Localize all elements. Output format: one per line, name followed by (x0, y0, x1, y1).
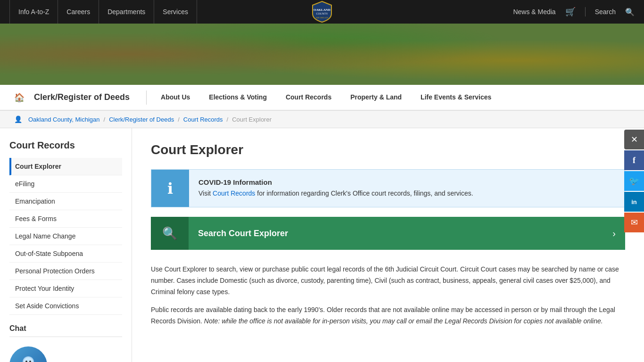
main-content: Court Explorer ℹ COVID-19 Information Vi… (132, 128, 644, 362)
sidebar-item-set-aside-convictions[interactable]: Set Aside Convictions (9, 297, 122, 315)
main-layout: Court Records Court Explorer eFiling Ema… (0, 128, 644, 362)
twitter-share-button[interactable]: 🐦 (624, 171, 644, 191)
search-icon: 🔍 (625, 8, 635, 16)
info-box-text: Visit Court Records for information rega… (198, 189, 473, 198)
svg-text:COUNTY: COUNTY (316, 12, 329, 15)
sidebar-link-personal-protection-orders[interactable]: Personal Protection Orders (9, 263, 122, 280)
breadcrumb-dept[interactable]: Clerk/Register of Deeds (109, 116, 174, 123)
info-text-before: Visit (198, 189, 211, 197)
breadcrumb: 👤 Oakland County, Michigan / Clerk/Regis… (0, 111, 644, 128)
nav-life-events[interactable]: Life Events & Services (413, 85, 498, 111)
cart-icon[interactable]: 🛒 (565, 7, 576, 17)
sidebar-item-emancipation[interactable]: Emancipation (9, 193, 122, 210)
breadcrumb-sep-3: / (227, 116, 229, 123)
nav-elections-voting[interactable]: Elections & Voting (202, 85, 274, 111)
sidebar-item-fees-forms[interactable]: Fees & Forms (9, 210, 122, 228)
breadcrumb-sep-2: / (178, 116, 180, 123)
chat-section (9, 337, 122, 362)
info-box-title: COVID-19 Information (198, 178, 473, 186)
info-box-icon: ℹ (151, 170, 189, 207)
search-box-icon: 🔍 (151, 217, 189, 250)
search-magnifier-icon: 🔍 (162, 226, 177, 241)
sidebar-item-protect-your-identity[interactable]: Protect Your Identity (9, 280, 122, 297)
sidebar-link-protect-your-identity[interactable]: Protect Your Identity (9, 280, 122, 297)
nav-departments[interactable]: Departments (99, 0, 154, 24)
nav-divider (146, 90, 147, 105)
linkedin-share-button[interactable]: in (624, 192, 644, 212)
body-paragraph-1: Use Court Explorer to search, view or pu… (151, 264, 625, 297)
home-icon: 🏠 (14, 92, 25, 103)
email-share-button[interactable]: ✉ (624, 213, 644, 232)
sidebar-link-out-of-state-subpoena[interactable]: Out-of-State Subpoena (9, 245, 122, 262)
hero-image (0, 24, 644, 85)
breadcrumb-current: Court Explorer (232, 116, 272, 123)
svg-text:OAKLAND: OAKLAND (314, 8, 330, 12)
nav-about-us[interactable]: About Us (154, 85, 197, 111)
sidebar-navigation: Court Explorer eFiling Emancipation Fees… (9, 158, 122, 315)
chat-section-title: Chat (9, 324, 122, 333)
page-title: Court Explorer (151, 142, 625, 157)
body-text: Use Court Explorer to search, view or pu… (151, 264, 625, 327)
facebook-share-button[interactable]: f (624, 150, 644, 170)
top-nav-links: Info A-to-Z Careers Departments Services (9, 0, 197, 24)
secondary-navigation: 🏠 Clerk/Register of Deeds About Us Elect… (0, 85, 644, 111)
search-box-label: Search Court Explorer (189, 229, 603, 239)
sidebar-link-emancipation[interactable]: Emancipation (9, 193, 122, 210)
sidebar-link-set-aside-convictions[interactable]: Set Aside Convictions (9, 297, 122, 314)
chat-avatar-icon (17, 354, 40, 362)
search-link[interactable]: Search (595, 8, 616, 16)
sidebar-link-court-explorer[interactable]: Court Explorer (11, 158, 122, 175)
search-button[interactable]: 🔍 (625, 8, 635, 16)
court-records-link[interactable]: Court Records (213, 189, 255, 197)
nav-property-land[interactable]: Property & Land (343, 85, 409, 111)
sidebar-link-legal-name-change[interactable]: Legal Name Change (9, 228, 122, 245)
body-paragraph-2: Public records are available dating back… (151, 304, 625, 327)
nav-services[interactable]: Services (154, 0, 197, 24)
sidebar-item-court-explorer[interactable]: Court Explorer (9, 158, 122, 175)
sidebar-item-efiling[interactable]: eFiling (9, 175, 122, 193)
info-circle-icon: ℹ (167, 180, 173, 197)
nav-careers[interactable]: Careers (58, 0, 99, 24)
svg-text:MICHIGAN: MICHIGAN (316, 16, 328, 19)
user-icon: 👤 (14, 115, 22, 123)
search-court-explorer-box[interactable]: 🔍 Search Court Explorer › (151, 217, 625, 250)
breadcrumb-sep-1: / (104, 116, 106, 123)
sidebar: Court Records Court Explorer eFiling Ema… (0, 128, 132, 362)
site-logo[interactable]: OAKLAND COUNTY MICHIGAN (312, 0, 332, 23)
hero-background (0, 24, 644, 85)
nav-divider (585, 7, 586, 16)
top-navigation: Info A-to-Z Careers Departments Services… (0, 0, 644, 24)
body-note: Note: while the office is not available … (204, 317, 603, 325)
sidebar-item-out-of-state-subpoena[interactable]: Out-of-State Subpoena (9, 245, 122, 263)
nav-court-records[interactable]: Court Records (279, 85, 339, 111)
sidebar-item-legal-name-change[interactable]: Legal Name Change (9, 228, 122, 245)
info-box-content: COVID-19 Information Visit Court Records… (189, 170, 483, 207)
top-nav-right: News & Media 🛒 Search 🔍 (513, 7, 635, 17)
sidebar-item-personal-protection-orders[interactable]: Personal Protection Orders (9, 263, 122, 280)
social-share-sidebar: ✕ f 🐦 in ✉ (624, 130, 644, 232)
news-media-link[interactable]: News & Media (513, 8, 555, 16)
info-text-after: for information regarding Clerk's Office… (257, 189, 473, 197)
sidebar-title: Court Records (9, 140, 122, 151)
chevron-right-icon: › (603, 228, 625, 239)
nav-info-a-to-z[interactable]: Info A-to-Z (9, 0, 58, 24)
sidebar-link-fees-forms[interactable]: Fees & Forms (9, 210, 122, 227)
department-name: Clerk/Register of Deeds (34, 92, 130, 102)
logo-shield-icon: OAKLAND COUNTY MICHIGAN (312, 0, 332, 23)
close-share-button[interactable]: ✕ (624, 130, 644, 149)
sidebar-link-efiling[interactable]: eFiling (9, 175, 122, 192)
chat-avatar (9, 346, 47, 362)
info-box: ℹ COVID-19 Information Visit Court Recor… (151, 169, 625, 207)
breadcrumb-section[interactable]: Court Records (183, 116, 223, 123)
breadcrumb-home[interactable]: Oakland County, Michigan (28, 116, 100, 123)
